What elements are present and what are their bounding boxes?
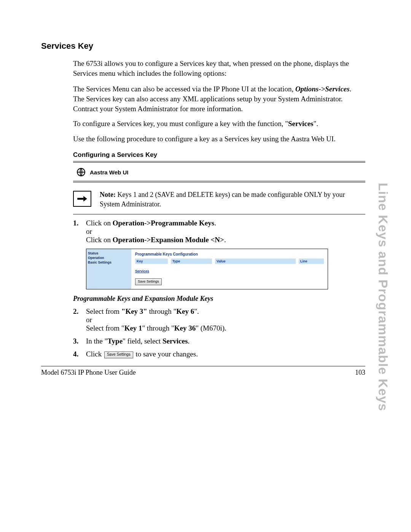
ss-col-header-line: Line	[299, 259, 324, 264]
config-subhead: Configuring a Services Key	[73, 151, 365, 159]
ss-cat-basic: Basic Settings	[88, 260, 130, 264]
text-fragment: ".	[194, 307, 199, 315]
text-fragment: Click on	[86, 219, 113, 227]
ss-main: Programmable Keys Configuration Key Type…	[131, 249, 328, 289]
globe-icon	[76, 167, 86, 177]
footer-page-number: 103	[355, 369, 365, 377]
ss-col-header-key: Key	[135, 259, 168, 264]
nav-path: Operation->Expansion Module <N>	[113, 236, 224, 244]
key-range: Key 1	[124, 324, 142, 332]
ss-sidebar: Status Operation Basic Settings	[86, 249, 131, 289]
text-fragment: " (M670i).	[196, 324, 226, 332]
text-fragment: .	[188, 337, 190, 345]
footer-doc-title: Model 6753i IP Phone User Guide	[41, 369, 136, 377]
text-fragment: to save your changes.	[134, 350, 198, 358]
ss-cat-operation: Operation	[88, 256, 130, 260]
step-3: In the "Type" field, select Services.	[73, 337, 365, 345]
text-fragment: Select from "	[86, 324, 124, 332]
save-settings-inline-button[interactable]: Save Settings	[104, 351, 133, 358]
key-range: "Key 3"	[121, 307, 147, 315]
programmable-keys-screenshot: Status Operation Basic Settings Programm…	[86, 249, 328, 289]
text-fragment: " field, select	[123, 337, 162, 345]
step-1: Click on Operation->Programmable Keys. o…	[73, 219, 365, 244]
text-fragment: through "	[147, 307, 176, 315]
options-services-path: Options->Services	[295, 85, 350, 93]
divider	[73, 214, 365, 214]
divider	[73, 162, 365, 163]
nav-path: Operation->Programmable Keys	[113, 219, 214, 227]
ss-cat-status: Status	[88, 251, 130, 255]
ss-title: Programmable Keys Configuration	[135, 252, 324, 256]
configure-paragraph: To configure a Services key, you must co…	[73, 119, 362, 129]
procedure-paragraph: Use the following procedure to configure…	[73, 134, 362, 144]
text-fragment: The Services Menu can also be accessed v…	[73, 85, 295, 93]
divider	[73, 161, 365, 161]
note-text: Note: Keys 1 and 2 (SAVE and DELETE keys…	[100, 190, 365, 209]
type-word: Type	[107, 337, 123, 345]
text-fragment: " through "	[142, 324, 174, 332]
divider	[73, 181, 365, 181]
note-body: Keys 1 and 2 (SAVE and DELETE keys) can …	[100, 191, 345, 208]
or-word: or	[86, 316, 365, 324]
text-fragment: Select from	[86, 307, 121, 315]
services-word: Services	[162, 337, 188, 345]
or-word: or	[86, 227, 365, 236]
step-4: Click Save Settings to save your changes…	[73, 350, 365, 358]
ss-save-settings-button[interactable]: Save Settings	[135, 278, 162, 285]
svg-rect-1	[77, 198, 83, 200]
text-fragment: To configure a Services key, you must co…	[73, 120, 288, 128]
key-range: Key 36	[174, 324, 196, 332]
ss-header-row: Key Type Value Line	[135, 259, 324, 264]
services-word: Services	[288, 120, 313, 128]
expansion-caption: Programmable Keys and Expansion Module K…	[73, 295, 365, 303]
intro-paragraph: The 6753i allows you to configure a Serv…	[73, 59, 362, 78]
key-range: Key 6	[176, 307, 194, 315]
text-fragment: .	[224, 236, 226, 244]
section-title: Services Key	[41, 41, 365, 51]
footer-divider	[41, 366, 365, 366]
note-arrow-icon	[73, 191, 91, 207]
text-fragment: Click	[86, 350, 104, 358]
note-block: Note: Keys 1 and 2 (SAVE and DELETE keys…	[73, 183, 365, 214]
text-fragment: Click on	[86, 236, 113, 244]
text-fragment: In the "	[86, 337, 107, 345]
text-fragment: ".	[314, 120, 319, 128]
side-tab-title: Line Keys and Programmable Keys	[376, 183, 390, 411]
ss-col-header-type: Type	[171, 259, 212, 264]
step-2: Select from "Key 3" through "Key 6". or …	[73, 307, 365, 332]
ss-col-header-value: Value	[215, 259, 296, 264]
divider	[73, 182, 365, 182]
services-menu-paragraph: The Services Menu can also be accessed v…	[73, 84, 362, 113]
web-ui-label: Aastra Web UI	[90, 169, 128, 176]
web-ui-bar: Aastra Web UI	[73, 163, 365, 181]
text-fragment: .	[214, 219, 216, 227]
note-label: Note:	[100, 191, 116, 198]
ss-services-label: Services	[135, 269, 324, 273]
